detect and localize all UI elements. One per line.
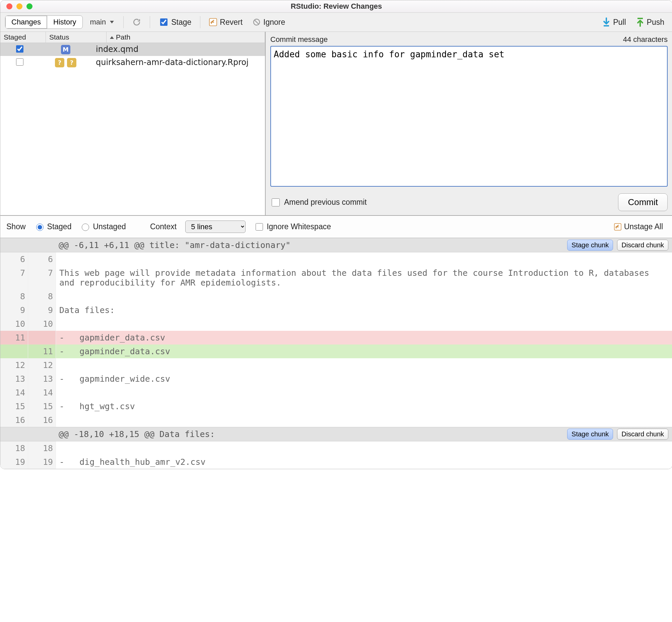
col-status[interactable]: Status	[46, 32, 107, 42]
stage-chunk-button[interactable]: Stage chunk	[567, 428, 613, 440]
unstage-all-button[interactable]: Unstage All	[611, 221, 666, 233]
stage-checkbox[interactable]	[16, 58, 24, 66]
context-label: Context	[150, 222, 177, 231]
old-lineno: 6	[0, 252, 28, 266]
status-untracked-icon: ?	[55, 58, 64, 67]
revert-icon	[614, 223, 622, 231]
ignore-button[interactable]: Ignore	[249, 16, 288, 28]
new-lineno: 15	[28, 400, 56, 413]
diff-line[interactable]: 1212	[0, 358, 672, 372]
svg-line-2	[255, 20, 259, 24]
pull-icon	[602, 18, 610, 27]
tab-history[interactable]: History	[47, 16, 82, 29]
svg-rect-3	[604, 25, 609, 27]
context-select[interactable]: 5 lines	[185, 220, 246, 233]
push-button[interactable]: Push	[633, 16, 668, 28]
col-path[interactable]: Path	[107, 32, 265, 42]
diff-line[interactable]: 1414	[0, 386, 672, 400]
diff-text: - gapmider_data.csv	[56, 331, 672, 345]
ignore-whitespace-checkbox[interactable]: Ignore Whitespace	[254, 222, 331, 232]
hunk-text: @@ -6,11 +6,11 @@ title: "amr-data-dicti…	[55, 238, 567, 252]
diff-text: - gapminder_data.csv	[56, 345, 672, 358]
discard-chunk-button[interactable]: Discard chunk	[617, 240, 668, 251]
col-staged[interactable]: Staged	[0, 32, 46, 42]
diff-line[interactable]: 11- gapminder_data.csv	[0, 345, 672, 358]
old-lineno: 12	[0, 358, 28, 372]
ignore-label: Ignore	[263, 18, 285, 27]
diff-text: This web page will provide metadata info…	[56, 266, 672, 289]
branch-selector[interactable]: main	[86, 16, 118, 28]
hunk-header: @@ -18,10 +18,15 @@ Data files: Stage ch…	[0, 427, 672, 441]
new-lineno: 16	[28, 413, 56, 427]
diff-line[interactable]: 1515- hgt_wgt.csv	[0, 400, 672, 413]
diff-line[interactable]: 66	[0, 252, 672, 266]
file-row[interactable]: Mindex.qmd	[0, 43, 265, 56]
diff-line[interactable]: 1919- dig_health_hub_amr_v2.csv	[0, 455, 672, 469]
diff-line[interactable]: 77This web page will provide metadata in…	[0, 266, 672, 289]
diff-text: Data files:	[56, 303, 672, 317]
push-label: Push	[647, 18, 664, 27]
diff-line[interactable]: 1313- gapminder_wide.csv	[0, 372, 672, 386]
char-count: 44 characters	[623, 35, 668, 44]
view-toggle: Changes History	[5, 15, 83, 29]
radio-unstaged[interactable]: Unstaged	[80, 222, 126, 231]
commit-message-label: Commit message	[270, 35, 328, 44]
new-lineno: 11	[28, 345, 56, 358]
pull-button[interactable]: Pull	[599, 16, 629, 28]
stage-button[interactable]: Stage	[155, 16, 194, 28]
file-path: quirksahern-amr-data-dictionary.Rproj	[93, 58, 265, 67]
old-lineno: 19	[0, 455, 28, 469]
new-lineno: 14	[28, 386, 56, 400]
diff-line[interactable]: 11- gapmider_data.csv	[0, 331, 672, 345]
tab-changes[interactable]: Changes	[5, 16, 47, 29]
stage-label: Stage	[171, 18, 191, 27]
refresh-button[interactable]	[129, 16, 144, 28]
commit-message-input[interactable]: Added some basic info for gapminder_data…	[270, 46, 668, 187]
window-title: RStudio: Review Changes	[0, 2, 672, 11]
toolbar: Changes History main Stage Revert	[0, 13, 672, 32]
amend-checkbox[interactable]: Amend previous commit	[270, 197, 367, 207]
new-lineno: 12	[28, 358, 56, 372]
branch-name: main	[90, 18, 106, 27]
titlebar: RStudio: Review Changes	[0, 0, 672, 13]
hunk-text: @@ -18,10 +18,15 @@ Data files:	[55, 427, 567, 441]
diff-line[interactable]: 1818	[0, 441, 672, 455]
file-path: index.qmd	[93, 44, 265, 54]
commit-button[interactable]: Commit	[618, 194, 668, 211]
revert-label: Revert	[220, 18, 243, 27]
diff-line[interactable]: 88	[0, 289, 672, 303]
diff-text	[56, 252, 672, 266]
diff-view: @@ -6,11 +6,11 @@ title: "amr-data-dicti…	[0, 238, 672, 469]
new-lineno: 18	[28, 441, 56, 455]
new-lineno: 6	[28, 252, 56, 266]
diff-text	[56, 289, 672, 303]
old-lineno: 7	[0, 266, 28, 289]
diff-text: - dig_health_hub_amr_v2.csv	[56, 455, 672, 469]
revert-button[interactable]: Revert	[206, 16, 246, 28]
diff-line[interactable]: 1010	[0, 317, 672, 331]
radio-staged[interactable]: Staged	[35, 222, 72, 231]
diff-line[interactable]: 99Data files:	[0, 303, 672, 317]
revert-icon	[209, 18, 217, 26]
file-list: Staged Status Path Mindex.qmd??quirksahe…	[0, 32, 266, 215]
commit-panel: Commit message 44 characters Added some …	[266, 32, 672, 215]
old-lineno: 14	[0, 386, 28, 400]
stage-chunk-button[interactable]: Stage chunk	[567, 240, 613, 251]
diff-line[interactable]: 1616	[0, 413, 672, 427]
show-label: Show	[6, 222, 26, 231]
old-lineno	[0, 345, 28, 358]
diff-text	[56, 386, 672, 400]
old-lineno: 13	[0, 372, 28, 386]
old-lineno: 10	[0, 317, 28, 331]
discard-chunk-button[interactable]: Discard chunk	[617, 428, 668, 440]
old-lineno: 18	[0, 441, 28, 455]
stage-checkbox[interactable]	[16, 45, 24, 53]
old-lineno: 8	[0, 289, 28, 303]
diff-text	[56, 441, 672, 455]
status-modified-icon: M	[61, 45, 70, 54]
pull-label: Pull	[613, 18, 626, 27]
diff-options: Show Staged Unstaged Context 5 lines Ign…	[0, 216, 672, 238]
new-lineno: 13	[28, 372, 56, 386]
file-row[interactable]: ??quirksahern-amr-data-dictionary.Rproj	[0, 56, 265, 69]
diff-text	[56, 317, 672, 331]
